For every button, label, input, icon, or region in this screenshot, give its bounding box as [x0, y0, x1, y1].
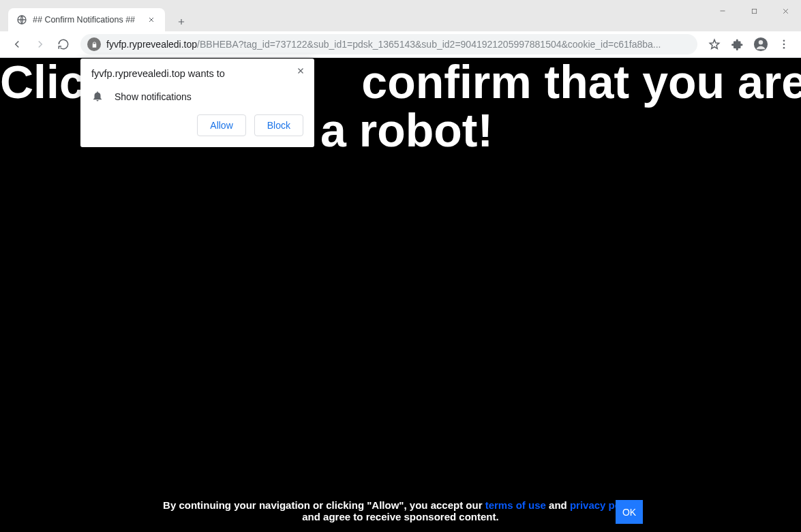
url-text: fyvfp.ryprevealedi.top/BBHEBA?tag_id=737…	[106, 39, 661, 50]
back-button[interactable]	[5, 33, 29, 56]
globe-icon	[16, 14, 27, 25]
popup-site-wants-to: fyvfp.ryprevealedi.top wants to	[91, 68, 303, 79]
extensions-icon[interactable]	[726, 33, 749, 56]
browser-tab[interactable]: ## Confirm Notifications ##	[8, 8, 165, 31]
window-controls	[707, 0, 801, 22]
popup-permission-label: Show notifications	[115, 91, 192, 102]
popup-permission-row: Show notifications	[91, 89, 303, 114]
terms-of-use-link[interactable]: terms of use	[485, 499, 546, 511]
svg-point-4	[783, 40, 785, 42]
reload-button[interactable]	[52, 33, 75, 56]
svg-point-6	[783, 47, 785, 49]
svg-point-5	[783, 44, 785, 46]
toolbar-right	[703, 33, 796, 56]
window-maximize-button[interactable]	[738, 0, 770, 22]
svg-rect-1	[752, 9, 756, 13]
popup-close-icon[interactable]	[294, 64, 307, 78]
bookmark-star-icon[interactable]	[703, 33, 726, 56]
consent-bar: By continuing your navigation or clickin…	[0, 499, 801, 522]
headline-part2: confirm that you are not	[361, 58, 801, 108]
forward-button[interactable]	[29, 33, 52, 56]
consent-and: and	[546, 499, 570, 511]
allow-button[interactable]: Allow	[197, 114, 245, 136]
consent-text-1: By continuing your navigation or clickin…	[163, 499, 485, 511]
new-tab-button[interactable]	[172, 12, 191, 31]
menu-kebab-icon[interactable]	[772, 33, 796, 56]
browser-toolbar: fyvfp.ryprevealedi.top/BBHEBA?tag_id=737…	[0, 31, 801, 58]
tab-close-icon[interactable]	[146, 14, 157, 25]
window-titlebar: ## Confirm Notifications ##	[0, 0, 801, 31]
tab-strip: ## Confirm Notifications ##	[0, 0, 191, 31]
bell-icon	[91, 90, 105, 104]
tab-title: ## Confirm Notifications ##	[33, 15, 146, 25]
lock-icon	[87, 37, 101, 51]
headline-part3: a robot!	[320, 104, 493, 156]
notification-permission-popup: fyvfp.ryprevealedi.top wants to Show not…	[80, 59, 314, 147]
svg-point-3	[759, 40, 763, 44]
consent-text-2: and agree to receive sponsored content.	[0, 511, 801, 522]
window-close-button[interactable]	[770, 0, 801, 22]
profile-avatar-icon[interactable]	[749, 33, 772, 56]
window-minimize-button[interactable]	[707, 0, 738, 22]
address-bar[interactable]: fyvfp.ryprevealedi.top/BBHEBA?tag_id=737…	[80, 34, 697, 54]
consent-ok-button[interactable]: OK	[616, 500, 643, 524]
block-button[interactable]: Block	[254, 114, 303, 136]
